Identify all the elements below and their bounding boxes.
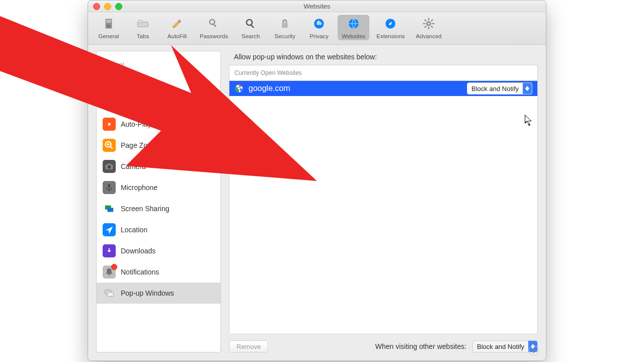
sidebar-item-page-zoom[interactable]: Page Zoom: [97, 135, 220, 156]
svg-point-25: [428, 23, 430, 25]
gear-icon: [422, 17, 435, 31]
svg-rect-11: [282, 23, 288, 28]
windows-icon: [103, 287, 116, 300]
svg-line-21: [425, 20, 426, 21]
tab-tabs-label: Tabs: [137, 33, 149, 39]
svg-point-9: [247, 20, 252, 25]
remove-button[interactable]: Remove: [229, 340, 268, 352]
category-sidebar[interactable]: General Reader Content Blockers Auto-Pla…: [96, 51, 221, 352]
sidebar-item-reader[interactable]: Reader: [97, 71, 220, 93]
svg-point-46: [109, 274, 110, 276]
svg-rect-27: [106, 81, 113, 82]
svg-rect-28: [106, 83, 110, 84]
tab-passwords[interactable]: Passwords: [196, 15, 232, 40]
sidebar-item-label: Screen Sharing: [121, 205, 170, 213]
titlebar: Websites: [88, 1, 546, 12]
default-policy-popup[interactable]: Block and Notify: [472, 340, 538, 352]
window-title: Websites: [303, 3, 330, 10]
bottom-bar: Remove When visiting other websites: Blo…: [229, 340, 538, 352]
lock-icon: [278, 17, 291, 31]
main-pane: Allow pop-up windows on the websites bel…: [229, 51, 538, 352]
websites-list[interactable]: Currently Open Websites google.com Block…: [229, 65, 538, 334]
key-icon: [207, 17, 220, 31]
zoom-window-button[interactable]: [115, 3, 122, 10]
svg-rect-48: [107, 292, 113, 296]
tab-search[interactable]: Search: [235, 15, 266, 40]
sidebar-list: Reader Content Blockers Auto-Play Page Z…: [97, 71, 220, 307]
zoom-icon: [103, 139, 116, 152]
svg-marker-44: [106, 227, 113, 234]
tab-extensions-label: Extensions: [376, 33, 405, 39]
sidebar-item-label: Notifications: [121, 268, 159, 276]
downloads-icon: [103, 244, 116, 257]
sidebar-item-label: Microphone: [121, 184, 157, 192]
help-button[interactable]: ?: [529, 345, 539, 355]
svg-line-22: [431, 26, 433, 28]
sidebar-item-autoplay[interactable]: Auto-Play: [97, 114, 220, 135]
svg-point-51: [238, 87, 240, 90]
minimize-window-button[interactable]: [104, 3, 111, 10]
sidebar-item-location[interactable]: Location: [97, 219, 220, 240]
favicon-google-icon: [234, 84, 244, 93]
sidebar-item-content-blockers[interactable]: Content Blockers: [97, 93, 220, 114]
tab-extensions[interactable]: Extensions: [372, 15, 409, 40]
svg-rect-1: [106, 20, 111, 23]
row-policy-popup[interactable]: Block and Notify: [467, 82, 532, 95]
play-icon: [103, 118, 116, 131]
tab-privacy[interactable]: Privacy: [303, 15, 335, 40]
preferences-window: Websites General Tabs AutoFill: [88, 0, 546, 361]
currently-open-header: Currently Open Websites: [229, 65, 537, 81]
tab-search-label: Search: [242, 33, 260, 39]
preferences-toolbar: General Tabs AutoFill Passwords: [88, 12, 546, 45]
sidebar-item-downloads[interactable]: Downloads: [97, 240, 220, 261]
screens-icon: [103, 202, 116, 215]
tab-security[interactable]: Security: [269, 15, 300, 40]
svg-rect-10: [251, 25, 254, 28]
location-icon: [103, 223, 116, 236]
svg-rect-40: [108, 184, 110, 188]
svg-rect-30: [106, 103, 113, 104]
svg-point-38: [108, 165, 111, 168]
sidebar-item-label: Camera: [121, 162, 146, 170]
tabs-icon: [136, 17, 149, 31]
sidebar-group-header: General: [97, 51, 220, 71]
tab-general-label: General: [99, 33, 119, 39]
sidebar-item-label: Pop-up Windows: [121, 289, 174, 297]
sidebar-item-label: Content Blockers: [121, 99, 175, 107]
sidebar-item-screen-sharing[interactable]: Screen Sharing: [97, 198, 220, 219]
sidebar-item-notifications[interactable]: Notifications: [97, 261, 220, 283]
sidebar-item-popup-windows[interactable]: Pop-up Windows: [97, 283, 220, 304]
svg-point-2: [108, 25, 110, 27]
tab-websites-label: Websites: [342, 33, 365, 39]
tab-websites[interactable]: Websites: [338, 15, 369, 40]
tab-passwords-label: Passwords: [200, 33, 228, 39]
notification-badge-icon: [111, 264, 117, 270]
sidebar-item-label: Downloads: [121, 247, 155, 255]
other-websites-label: When visiting other websites:: [375, 342, 466, 350]
no-entry-icon: [103, 97, 116, 110]
svg-rect-26: [106, 79, 113, 80]
bell-icon: [103, 265, 116, 279]
svg-line-23: [425, 26, 426, 28]
svg-marker-53: [525, 88, 529, 91]
tab-tabs[interactable]: Tabs: [127, 15, 158, 40]
tab-security-label: Security: [274, 33, 295, 39]
svg-rect-4: [138, 21, 142, 23]
tab-general[interactable]: General: [93, 15, 124, 40]
microphone-icon: [103, 181, 116, 194]
tab-autofill[interactable]: AutoFill: [162, 15, 193, 40]
tab-autofill-label: AutoFill: [168, 33, 187, 39]
tab-advanced[interactable]: Advanced: [412, 15, 446, 40]
close-window-button[interactable]: [93, 3, 100, 10]
content-area: General Reader Content Blockers Auto-Pla…: [96, 51, 538, 352]
website-row[interactable]: google.com Block and Notify: [229, 81, 537, 96]
general-icon: [102, 17, 115, 31]
tab-advanced-label: Advanced: [416, 33, 442, 39]
sidebar-item-microphone[interactable]: Microphone: [97, 177, 220, 198]
svg-rect-39: [108, 164, 111, 165]
sidebar-item-camera[interactable]: Camera: [97, 156, 220, 177]
website-row-label: google.com: [249, 84, 462, 93]
main-heading: Allow pop-up windows on the websites bel…: [234, 53, 533, 61]
traffic-lights: [93, 3, 122, 10]
row-policy-value: Block and Notify: [467, 85, 523, 93]
